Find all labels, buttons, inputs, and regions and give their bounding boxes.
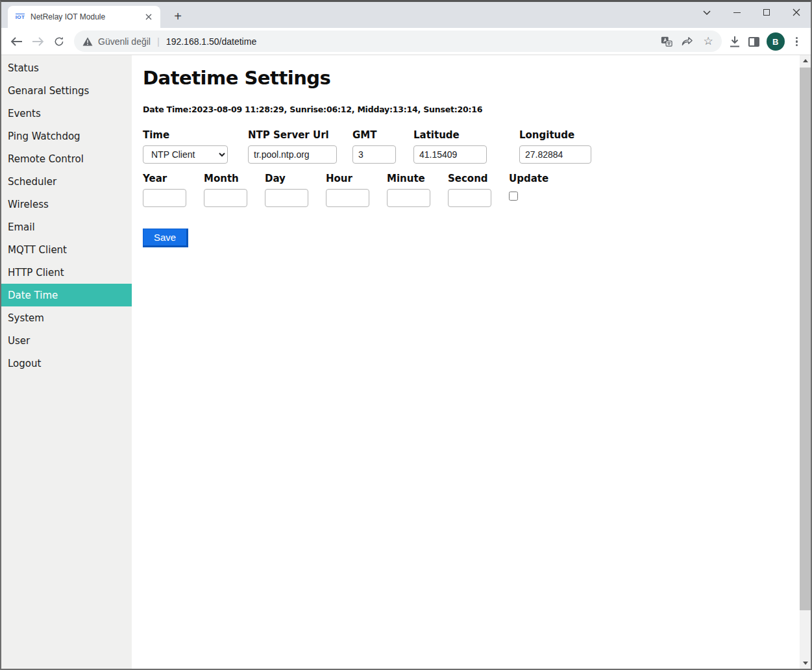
ntp-server-url-label: NTP Server Url (248, 129, 337, 141)
address-bar[interactable]: Güvenli değil | 192.168.1.50/datetime (74, 31, 722, 52)
second-input[interactable] (448, 189, 491, 207)
gmt-input[interactable] (352, 145, 396, 164)
gmt-label: GMT (352, 129, 396, 141)
browser-menu-icon[interactable] (792, 37, 802, 47)
main-panel: Datetime Settings Date Time:2023-08-09 1… (132, 55, 800, 669)
url-text[interactable]: 192.168.1.50/datetime (166, 36, 256, 47)
minute-label: Minute (387, 173, 430, 184)
sidebar-nav: Status Genaral Settings Events Ping Watc… (1, 55, 132, 669)
sidebar-item-status[interactable]: Status (1, 56, 132, 79)
sidebar-item-remote-control[interactable]: Remote Control (1, 147, 132, 170)
sidebar-item-http-client[interactable]: HTTP Client (1, 261, 132, 284)
sidebar-item-email[interactable]: Email (1, 216, 132, 238)
datetime-status-line: Date Time:2023-08-09 11:28:29, Sunrise:0… (143, 105, 800, 114)
month-input[interactable] (204, 189, 247, 207)
scrollbar-up-icon[interactable] (800, 55, 811, 66)
side-panel-icon[interactable] (748, 37, 759, 47)
sidebar-item-events[interactable]: Events (1, 102, 132, 125)
minimize-button[interactable] (732, 7, 742, 18)
forward-icon[interactable] (31, 35, 44, 48)
tab-title: NetRelay IOT Module (31, 12, 143, 21)
page-content: Status Genaral Settings Events Ping Watc… (1, 55, 811, 669)
month-label: Month (204, 173, 247, 184)
longitude-input[interactable] (519, 145, 591, 164)
save-button[interactable]: Save (143, 229, 188, 247)
site-favicon-icon: IOT (14, 12, 26, 22)
page-scrollbar[interactable] (800, 55, 811, 669)
profile-avatar[interactable]: B (767, 32, 785, 51)
sidebar-item-general-settings[interactable]: Genaral Settings (1, 79, 132, 102)
browser-window: IOT NetRelay IOT Module + (0, 0, 812, 670)
sidebar-item-date-time[interactable]: Date Time (1, 284, 132, 306)
ntp-server-url-input[interactable] (248, 145, 337, 164)
tab-search-chevron-icon[interactable] (702, 7, 712, 18)
address-separator: | (157, 36, 160, 47)
latitude-label: Latitude (413, 129, 487, 141)
update-label: Update (509, 173, 548, 184)
sidebar-item-scheduler[interactable]: Scheduler (1, 170, 132, 193)
page-title: Datetime Settings (143, 67, 800, 89)
scrollbar-thumb[interactable] (800, 68, 811, 610)
new-tab-button[interactable]: + (169, 7, 187, 25)
browser-toolbar: Güvenli değil | 192.168.1.50/datetime (1, 28, 811, 55)
download-icon[interactable] (728, 36, 741, 47)
back-icon[interactable] (10, 35, 23, 48)
day-label: Day (265, 173, 308, 184)
scrollbar-down-icon[interactable] (800, 658, 811, 669)
share-icon[interactable] (682, 36, 693, 47)
time-select[interactable]: NTP Client (143, 145, 228, 164)
year-label: Year (143, 173, 186, 184)
time-label: Time (143, 129, 228, 141)
tab-strip: IOT NetRelay IOT Module + (1, 2, 811, 28)
sidebar-item-wireless[interactable]: Wireless (1, 193, 132, 216)
latitude-input[interactable] (413, 145, 487, 164)
window-controls (702, 3, 802, 21)
close-window-button[interactable] (791, 7, 802, 18)
minute-input[interactable] (387, 189, 430, 207)
hour-label: Hour (326, 173, 369, 184)
tab-close-icon[interactable] (143, 12, 154, 22)
sidebar-item-system[interactable]: System (1, 306, 132, 329)
security-label[interactable]: Güvenli değil (98, 36, 151, 47)
sidebar-item-ping-watchdog[interactable]: Ping Watchdog (1, 125, 132, 147)
longitude-label: Longitude (519, 129, 591, 141)
not-secure-warning-icon[interactable] (82, 37, 93, 46)
update-checkbox[interactable] (509, 192, 518, 201)
maximize-button[interactable] (761, 7, 772, 18)
hour-input[interactable] (326, 189, 369, 207)
bookmark-star-icon[interactable]: ☆ (702, 36, 714, 47)
reload-icon[interactable] (53, 35, 66, 48)
year-input[interactable] (143, 189, 186, 207)
sidebar-item-mqtt-client[interactable]: MQTT Client (1, 238, 132, 261)
translate-icon[interactable] (661, 36, 672, 47)
day-input[interactable] (265, 189, 308, 207)
sidebar-item-logout[interactable]: Logout (1, 352, 132, 375)
second-label: Second (448, 173, 491, 184)
sidebar-item-user[interactable]: User (1, 329, 132, 352)
browser-tab[interactable]: IOT NetRelay IOT Module (8, 6, 160, 28)
